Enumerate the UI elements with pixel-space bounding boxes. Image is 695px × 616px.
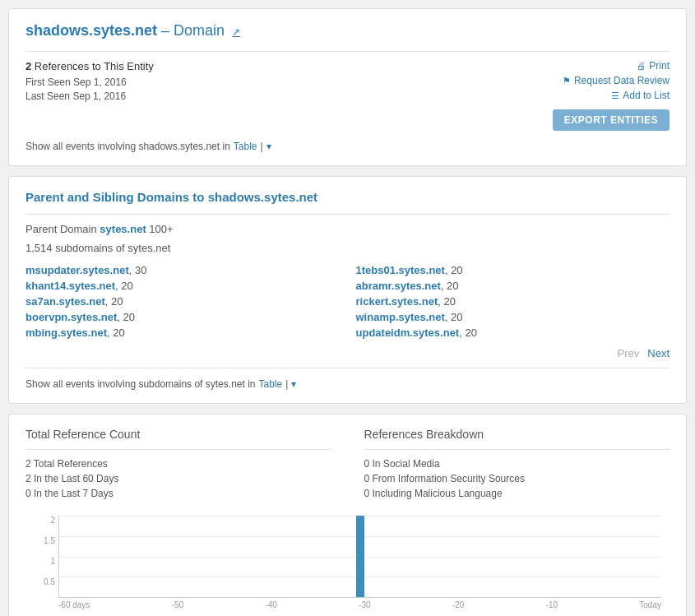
domain-link[interactable]: khant14.sytes.net: [25, 280, 115, 292]
y-label-2: 2: [34, 516, 55, 525]
total-ref-item: 2 Total References: [25, 458, 331, 470]
page-title: shadows.sytes.net – Domain ↗: [25, 22, 670, 39]
total-ref-value: 2: [25, 458, 31, 470]
parent-domain-label: Parent Domain: [25, 223, 97, 235]
infosec-value: 0: [364, 473, 370, 484]
entity-meta: 2 References to This Entity First Seen S…: [25, 60, 154, 104]
show-subdomain-events-prefix: Show all events involving subdomains of …: [25, 378, 256, 390]
entity-card: shadows.sytes.net – Domain ↗ 2 Reference…: [8, 8, 687, 166]
total-ref-title: Total Reference Count: [25, 428, 331, 441]
x-label-40: -40: [265, 600, 276, 609]
stats-section: Total Reference Count 2 Total References…: [25, 428, 670, 503]
show-events-bar: Show all events involving shadows.sytes.…: [25, 141, 670, 152]
list-item: 1tebs01.sytes.net, 20: [356, 264, 670, 276]
domain-link[interactable]: rickert.sytes.net: [356, 295, 438, 308]
list-item: mbing.sytes.net, 20: [25, 327, 340, 339]
domain-link[interactable]: msupdater.sytes.net: [25, 264, 129, 276]
list-item: rickert.sytes.net, 20: [356, 295, 670, 308]
request-review-label: Request Data Review: [574, 75, 670, 86]
first-seen-line: First Seen Sep 1, 2016: [25, 76, 154, 88]
subdomain-count-text: 1,514 subdomains of sytes.net: [25, 242, 670, 254]
last-seen-line: Last Seen Sep 1, 2016: [25, 90, 154, 102]
domain-link[interactable]: abramr.sytes.net: [356, 280, 441, 292]
last7-label: In the Last 7 Days: [34, 488, 114, 499]
list-item: updateidm.sytes.net, 20: [356, 327, 670, 339]
x-label-60: -60 days: [58, 600, 90, 609]
x-label-20: -20: [452, 600, 464, 609]
show-events-separator: |: [261, 141, 263, 152]
malicious-label: Including Malicious Language: [373, 488, 503, 499]
ref-count-value: 2: [25, 60, 31, 72]
list-item: sa7an.sytes.net, 20: [25, 295, 340, 308]
first-seen-label: First Seen: [25, 76, 71, 88]
flag-icon: ⚑: [563, 76, 571, 86]
print-icon: 🖨: [637, 61, 646, 71]
export-entities-button[interactable]: EXPORT ENTITIES: [553, 109, 670, 131]
show-events-table-link[interactable]: Table: [234, 141, 257, 152]
domain-link[interactable]: updateidm.sytes.net: [356, 327, 460, 339]
x-label-today: Today: [639, 600, 661, 609]
list-item: msupdater.sytes.net, 30: [25, 264, 340, 276]
last7-item: 0 In the Last 7 Days: [25, 488, 331, 499]
list-item: winamp.sytes.net, 20: [356, 311, 670, 323]
list-item: khant14.sytes.net, 20: [25, 280, 340, 292]
malicious-item: 0 Including Malicious Language: [364, 488, 670, 499]
show-subdomain-dropdown-icon[interactable]: ▾: [291, 378, 296, 390]
social-item: 0 In Social Media: [364, 458, 670, 470]
next-button[interactable]: Next: [647, 347, 670, 359]
y-label-0-5: 0.5: [34, 577, 55, 586]
domain-link[interactable]: boervpn.sytes.net: [25, 311, 117, 323]
prev-button: Prev: [618, 347, 640, 359]
chart-bar: [356, 516, 364, 597]
breakdown-title: References Breakdown: [364, 428, 670, 441]
action-buttons: 🖨 Print ⚑ Request Data Review ☰ Add to L…: [553, 60, 670, 131]
social-value: 0: [364, 458, 370, 470]
ref-count-label: References to This Entity: [35, 60, 154, 72]
entity-info-section: 2 References to This Entity First Seen S…: [25, 60, 670, 131]
parent-domain-line: Parent Domain sytes.net 100+: [25, 223, 670, 235]
infosec-label: From Information Security Sources: [373, 473, 525, 484]
ref-count-line: 2 References to This Entity: [25, 60, 154, 72]
x-label-50: -50: [172, 600, 183, 609]
malicious-value: 0: [364, 488, 370, 499]
domain-link[interactable]: sa7an.sytes.net: [25, 295, 105, 308]
parent-domain-link[interactable]: sytes.net: [100, 223, 146, 235]
show-subdomain-events-bar: Show all events involving subdomains of …: [25, 378, 670, 390]
parent-domain-count: 100+: [149, 223, 173, 235]
print-label: Print: [649, 60, 670, 72]
last-seen-label: Last Seen: [25, 90, 70, 102]
add-to-list-label: Add to List: [623, 90, 670, 101]
list-item: boervpn.sytes.net, 20: [25, 311, 340, 323]
x-label-30: -30: [359, 600, 370, 609]
domains-grid: msupdater.sytes.net, 301tebs01.sytes.net…: [25, 264, 670, 339]
domain-link[interactable]: 1tebs01.sytes.net: [356, 264, 445, 276]
domain-link[interactable]: winamp.sytes.net: [356, 311, 445, 323]
social-label: In Social Media: [373, 458, 440, 470]
total-ref-section: Total Reference Count 2 Total References…: [25, 428, 331, 503]
x-axis-labels: -60 days -50 -40 -30 -20 -10 Today: [58, 600, 661, 609]
domains-section-title: Parent and Sibling Domains to shadows.sy…: [25, 190, 670, 204]
domain-name: shadows.sytes.net: [25, 22, 157, 39]
references-card: Total Reference Count 2 Total References…: [8, 414, 687, 616]
y-label-1: 1: [34, 557, 55, 566]
external-link-icon[interactable]: ↗: [232, 26, 240, 38]
total-ref-label: Total References: [34, 458, 108, 470]
domain-link[interactable]: mbing.sytes.net: [25, 327, 107, 339]
pagination: Prev Next: [25, 347, 670, 359]
add-to-list-link[interactable]: ☰ Add to List: [611, 90, 670, 101]
last60-label: In the Last 60 Days: [34, 473, 118, 484]
show-events-prefix: Show all events involving shadows.sytes.…: [25, 141, 230, 152]
domains-card: Parent and Sibling Domains to shadows.sy…: [8, 176, 687, 404]
y-label-1-5: 1.5: [34, 536, 55, 545]
last60-item: 2 In the Last 60 Days: [25, 473, 331, 484]
last7-value: 0: [25, 488, 31, 499]
breakdown-section: References Breakdown 0 In Social Media 0…: [364, 428, 670, 503]
list-icon: ☰: [611, 90, 619, 101]
request-review-link[interactable]: ⚑ Request Data Review: [563, 75, 670, 86]
show-subdomain-table-link[interactable]: Table: [259, 378, 283, 390]
show-subdomain-separator: |: [285, 378, 288, 390]
first-seen-value: Sep 1, 2016: [73, 76, 127, 88]
last60-value: 2: [25, 473, 31, 484]
print-link[interactable]: 🖨 Print: [637, 60, 670, 72]
show-events-dropdown-icon[interactable]: ▾: [266, 141, 271, 152]
